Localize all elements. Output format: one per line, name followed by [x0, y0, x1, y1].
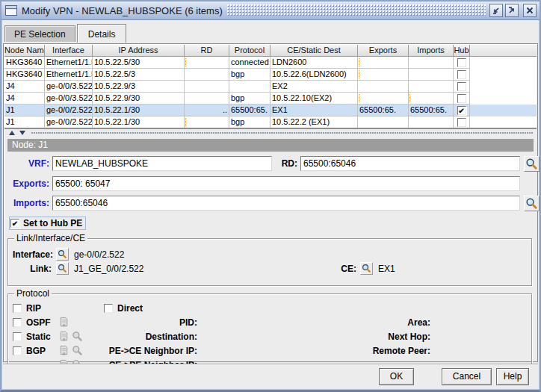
ce-search-icon[interactable] — [360, 262, 373, 275]
cell[interactable]: 10.5.22.6(LDN2600) — [270, 69, 358, 81]
cell[interactable] — [185, 81, 229, 93]
cell[interactable]: J4 — [4, 81, 45, 93]
cell[interactable]: 10.5.22.5/3 — [93, 69, 185, 81]
cell[interactable]: 65500:65. — [358, 105, 409, 116]
bgp-checkbox[interactable]: BGP — [13, 346, 46, 356]
column-header-imports[interactable]: Imports — [409, 45, 454, 57]
minimize-button[interactable] — [489, 4, 503, 17]
close-icon[interactable] — [523, 4, 537, 17]
cell[interactable]: 10.5.22.1/30 — [93, 105, 185, 116]
cell[interactable] — [229, 81, 270, 93]
ospf-checkbox[interactable]: OSPF — [13, 317, 51, 328]
cell[interactable]: 65500:65. — [229, 105, 270, 116]
button-bar: OK Cancel Help — [3, 364, 538, 388]
svg-text:✳: ✳ — [62, 351, 67, 356]
imports-input[interactable] — [52, 196, 520, 211]
cell[interactable] — [358, 116, 409, 128]
cell[interactable]: Ethernet1/1.522 — [45, 57, 93, 69]
checkbox-box[interactable]: ✔ — [10, 219, 19, 228]
cell[interactable]: 65500:65. — [409, 105, 454, 116]
column-header-ip-address[interactable]: IP Address — [93, 45, 185, 57]
cell[interactable]: ge-0/0/2.522 — [45, 116, 93, 128]
column-header-exports[interactable]: Exports — [358, 45, 409, 57]
cell[interactable]: .. — [185, 105, 229, 116]
cell[interactable]: 10.5.22.9/30 — [93, 93, 185, 105]
static-checkbox[interactable]: Static — [13, 332, 51, 342]
direct-checkbox[interactable]: Direct — [104, 303, 143, 314]
cell[interactable]: 10.5.22.1/30 — [93, 116, 185, 128]
set-hub-pe-checkbox[interactable]: ✔ Set to Hub PE — [9, 217, 86, 230]
column-header-protocol[interactable]: Protocol — [229, 45, 270, 57]
rd-input[interactable] — [300, 156, 520, 171]
cell[interactable] — [358, 57, 409, 69]
cell[interactable] — [185, 57, 229, 69]
exports-input[interactable] — [52, 176, 520, 191]
cell[interactable]: HKG3640 — [4, 69, 45, 81]
link-search-icon[interactable] — [56, 262, 69, 275]
tab-details[interactable]: Details — [77, 24, 127, 43]
cell[interactable]: J1 — [4, 116, 45, 128]
table-row[interactable]: HKG3640Ethernet1/1.52210.5.22.5/30connec… — [4, 57, 537, 69]
cell[interactable] — [185, 116, 229, 128]
cell[interactable]: connected — [229, 57, 270, 69]
collapse-up-icon[interactable] — [9, 131, 15, 135]
cell[interactable]: EX2 — [270, 81, 358, 93]
cell[interactable]: 10.5.22.9/3 — [93, 81, 185, 93]
table-row[interactable]: J1ge-0/0/2.52210.5.22.1/30bgp10.5.22.2 (… — [4, 116, 537, 128]
cell[interactable]: ge-0/0/3.522 — [45, 81, 93, 93]
imports-search-icon[interactable] — [524, 196, 540, 211]
cell[interactable] — [409, 81, 454, 93]
cell[interactable] — [358, 69, 409, 81]
interface-search-icon[interactable] — [56, 248, 69, 261]
table-row[interactable]: HKG3640Ethernet1/1.52210.5.22.5/3bgp10.5… — [4, 69, 537, 81]
area-label: Area: — [325, 317, 430, 328]
column-header-ce-static-dest[interactable]: CE/Static Dest — [270, 45, 358, 57]
cell[interactable] — [358, 93, 409, 105]
ok-button[interactable]: OK — [379, 368, 414, 385]
cell[interactable] — [185, 93, 229, 105]
cell[interactable]: ge-0/0/2.522 — [45, 105, 93, 116]
hub-checkbox[interactable] — [457, 70, 466, 79]
rip-checkbox[interactable]: RIP — [13, 303, 41, 314]
cell[interactable]: bgp — [229, 93, 270, 105]
cell[interactable]: bgp — [229, 69, 270, 81]
hub-checkbox[interactable] — [457, 94, 466, 103]
cell[interactable] — [409, 93, 454, 105]
cell[interactable]: ge-0/0/3.522 — [45, 93, 93, 105]
rd-search-icon[interactable] — [524, 156, 540, 172]
column-header-hub[interactable]: Hub — [454, 45, 470, 57]
vrf-input[interactable] — [52, 156, 272, 171]
cell[interactable]: 10.5.22.2 (EX1) — [270, 116, 358, 128]
column-header-rd[interactable]: RD — [185, 45, 229, 57]
cell[interactable]: LDN2600 — [270, 57, 358, 69]
cell[interactable]: 10.5.22.5/30 — [93, 57, 185, 69]
cell[interactable]: 10.5.22.10(EX2) — [270, 93, 358, 105]
cell[interactable]: HKG3640 — [4, 57, 45, 69]
title-bar[interactable]: Modify VPN - NEWLAB_HUBSPOKE (6 items) — [1, 1, 540, 20]
cell[interactable]: EX1 — [270, 105, 358, 116]
hub-checkbox[interactable] — [457, 58, 466, 67]
cell[interactable] — [185, 69, 229, 81]
maximize-button[interactable] — [505, 4, 519, 17]
cell[interactable] — [358, 81, 409, 93]
cell[interactable]: J1 — [4, 105, 45, 116]
table-row[interactable]: J1ge-0/0/2.52210.5.22.1/30..65500:65.EX1… — [4, 105, 537, 116]
split-divider[interactable] — [4, 129, 537, 137]
cell[interactable]: Ethernet1/1.522 — [45, 69, 93, 81]
table-row[interactable]: J4ge-0/0/3.52210.5.22.9/3EX2 — [4, 81, 537, 93]
column-header-interface[interactable]: Interface — [45, 45, 93, 57]
cell[interactable]: J4 — [4, 93, 45, 105]
hub-checkbox[interactable] — [457, 82, 466, 91]
hub-checkbox[interactable]: ✔ — [457, 106, 466, 115]
cell[interactable] — [409, 69, 454, 81]
hub-checkbox[interactable] — [457, 118, 466, 127]
cancel-button[interactable]: Cancel — [442, 368, 492, 385]
cell[interactable] — [409, 57, 454, 69]
help-button[interactable]: Help — [496, 368, 529, 385]
cell[interactable]: bgp — [229, 116, 270, 128]
collapse-down-icon[interactable] — [19, 131, 25, 135]
table-row[interactable]: J4ge-0/0/3.52210.5.22.9/30bgp10.5.22.10(… — [4, 93, 537, 105]
cell[interactable] — [409, 116, 454, 128]
tab-pe-selection[interactable]: PE Selection — [4, 25, 75, 42]
column-header-node-name[interactable]: Node Name — [4, 45, 45, 57]
